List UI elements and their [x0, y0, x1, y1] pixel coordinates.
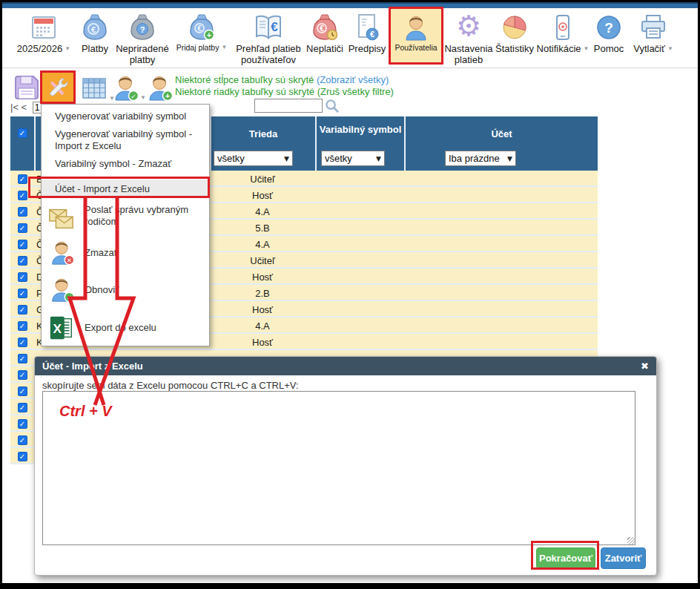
cell-trieda: 2.B: [210, 286, 315, 300]
row-checkbox-cell: ✓: [10, 253, 34, 268]
toolbar-label: Platby: [82, 43, 108, 54]
hidden-rows-message: Niektoré riadky tabuľky sú skryté (Zruš …: [175, 86, 394, 97]
row-checkbox[interactable]: ✓: [18, 272, 27, 282]
toolbar-button-school-year[interactable]: 2025/2026▼: [10, 8, 77, 68]
svg-text:€: €: [271, 20, 278, 34]
user-confirm-button[interactable]: ✓ ▼: [110, 73, 140, 102]
toolbar-button-nepriradene-platby[interactable]: ? Nepriradené platby: [113, 8, 172, 68]
toolbar-button-nastavenia-platieb[interactable]: ⚙ Nastavenia platieb: [443, 8, 494, 68]
ucet-filter-select[interactable]: Iba prázdne▼: [445, 151, 516, 166]
cell-variabilny-symbol: [315, 302, 404, 317]
menu-item-zmazat[interactable]: ✕ Zmazať: [42, 238, 209, 269]
save-button[interactable]: [12, 73, 42, 102]
toolbar-button-notifikacie[interactable]: Notifikácie▼: [537, 8, 589, 68]
toolbar-button-pouzivatelia[interactable]: Používatelia: [389, 8, 443, 68]
toolbar-button-prehlad-platieb[interactable]: € Prehľad platieb používateľov: [231, 8, 306, 68]
toolbar-button-platby[interactable]: € Platby: [77, 8, 113, 68]
row-checkbox[interactable]: ✓: [18, 419, 27, 429]
user-confirm-icon: ✓: [110, 73, 140, 102]
cell-trieda: 4.A: [210, 318, 315, 333]
user-add-icon: +: [145, 73, 174, 102]
search-input[interactable]: [254, 99, 323, 113]
cell-ucet: [404, 253, 598, 268]
cell-trieda: Hosť: [210, 269, 315, 284]
menu-item-vygenerovat-vs[interactable]: Vygenerovať variabilný symbol: [42, 111, 209, 122]
toolbar-label: Vytlačiť: [633, 43, 665, 54]
variabilny-symbol-filter-select[interactable]: všetky▼: [321, 151, 385, 166]
row-checkbox[interactable]: ✓: [18, 223, 27, 233]
gear-icon: ⚙: [456, 8, 481, 42]
row-checkbox[interactable]: ✓: [18, 435, 27, 445]
cell-trieda: Hosť: [210, 302, 315, 317]
menu-item-vygenerovat-vs-import[interactable]: Vygenerovať variabilný symbol - Import z…: [42, 128, 197, 153]
row-checkbox[interactable]: ✓: [18, 191, 27, 200]
user-add-button[interactable]: +: [145, 73, 174, 102]
row-checkbox[interactable]: ✓: [18, 386, 27, 396]
continue-button[interactable]: Pokračovať: [536, 547, 595, 569]
cell-ucet: [404, 335, 598, 349]
row-checkbox[interactable]: ✓: [18, 338, 27, 347]
row-checkbox-cell: ✓: [10, 171, 34, 186]
row-checkbox[interactable]: ✓: [18, 305, 27, 315]
row-checkbox[interactable]: ✓: [18, 370, 27, 380]
row-checkbox-cell: ✓: [10, 449, 34, 464]
menu-item-ucet-import-z-excelu[interactable]: Účet - Import z Excelu: [42, 180, 209, 198]
excel-icon: X: [47, 314, 76, 342]
select-all-checkbox[interactable]: ✓: [18, 128, 27, 138]
row-checkbox[interactable]: ✓: [18, 174, 27, 184]
toolbar-button-predpisy[interactable]: € Predpisy: [346, 8, 389, 68]
row-checkbox[interactable]: ✓: [18, 452, 27, 461]
toolbar-button-pomoc[interactable]: ? Pomoc: [589, 8, 629, 68]
paste-area-wrapper: [42, 391, 635, 545]
row-checkbox[interactable]: ✓: [18, 289, 27, 298]
columns-button[interactable]: ▼: [79, 73, 109, 103]
menu-item-obnovit[interactable]: ✓ Obnoviť: [42, 275, 209, 306]
app-window: 2025/2026▼ € Platby ? Nepriradené platby…: [0, 0, 700, 589]
toolbar-button-statistiky[interactable]: Štatistiky: [492, 8, 537, 68]
row-checkbox-cell: ✓: [10, 204, 34, 219]
toolbar-button-neplatici[interactable]: € Neplatiči: [304, 8, 346, 68]
page-content: 2025/2026▼ € Platby ? Nepriradené platby…: [2, 2, 698, 583]
menu-item-poslat-spravu[interactable]: Poslať správu vybraným rodičom: [42, 204, 209, 234]
toolbar-label: 2025/2026: [17, 43, 62, 54]
user-icon: [401, 8, 431, 42]
hidden-columns-message: Niektoré stĺpce tabuľky sú skryté (Zobra…: [175, 74, 389, 85]
pagination-first-button[interactable]: |<: [10, 102, 19, 113]
cell-ucet: [404, 286, 598, 300]
cell-variabilny-symbol: [315, 237, 404, 251]
svg-text:€: €: [320, 24, 324, 33]
excel-paste-textarea[interactable]: [42, 391, 635, 545]
svg-text:+: +: [165, 91, 170, 100]
menu-item-vs-zmazat[interactable]: Variabilný symbol - Zmazať: [42, 158, 209, 170]
annotation-ctrl-v-text: Ctrl + V: [59, 403, 112, 420]
toolbar-button-pridaj-platby[interactable]: €+ Pridaj platby▼: [172, 8, 231, 68]
resize-handle[interactable]: [627, 537, 635, 544]
cell-ucet: [404, 237, 598, 251]
clear-filters-link[interactable]: (Zruš všetky filtre): [317, 86, 394, 97]
toolbar-button-vytlacit[interactable]: Vytlačiť▼: [629, 8, 678, 68]
row-checkbox[interactable]: ✓: [18, 240, 27, 249]
cell-trieda: Hosť: [210, 335, 315, 349]
close-button[interactable]: Zatvoriť: [601, 547, 646, 569]
menu-item-export-do-excelu[interactable]: X Export do excelu: [42, 314, 209, 343]
cell-ucet: [404, 220, 598, 235]
show-all-columns-link[interactable]: (Zobraziť všetky): [317, 74, 389, 85]
row-checkbox[interactable]: ✓: [18, 256, 27, 266]
svg-text:✕: ✕: [67, 257, 72, 264]
column-title: Trieda: [211, 128, 315, 140]
pagination-prev-button[interactable]: <: [22, 102, 27, 113]
row-checkbox[interactable]: ✓: [18, 207, 27, 217]
trieda-filter-select[interactable]: všetky▼: [214, 151, 293, 166]
row-checkbox[interactable]: ✓: [18, 321, 27, 331]
chevron-down-icon: ▼: [65, 45, 70, 52]
tools-button[interactable]: [40, 70, 76, 104]
column-title: Variabilný symbol: [317, 124, 404, 136]
search-icon[interactable]: [325, 99, 339, 113]
close-icon[interactable]: ✖: [641, 361, 649, 372]
row-checkbox-cell: ✓: [10, 220, 34, 235]
svg-text:€: €: [197, 24, 202, 33]
row-checkbox[interactable]: ✓: [18, 354, 27, 363]
row-checkbox[interactable]: ✓: [18, 403, 27, 412]
phone-icon: [548, 8, 578, 42]
row-checkbox-cell: ✓: [10, 188, 34, 203]
